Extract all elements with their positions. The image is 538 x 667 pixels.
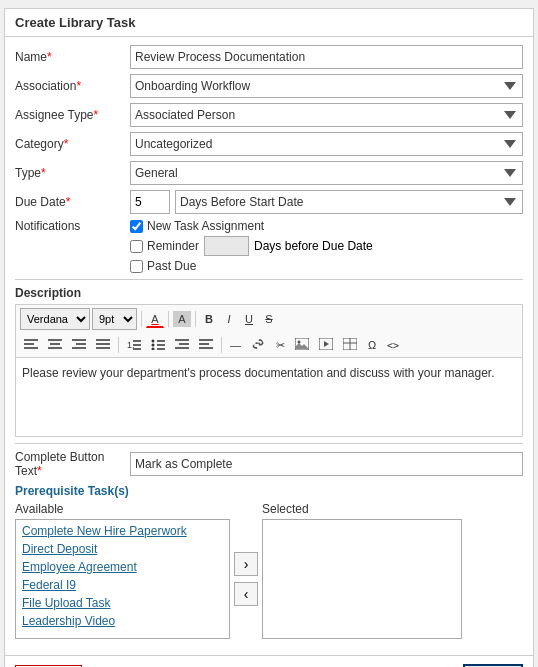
complete-button-text-label: Complete Button Text*	[15, 450, 130, 478]
editor-toolbar-2: 1. — ✂	[15, 333, 523, 357]
image-button[interactable]	[291, 336, 313, 354]
dialog-title: Create Library Task	[5, 9, 533, 37]
editor-area[interactable]: Please review your department's process …	[15, 357, 523, 437]
divider-2	[15, 443, 523, 444]
list-item[interactable]: Leadership Video	[18, 612, 227, 630]
list-item[interactable]: Employee Agreement	[18, 558, 227, 576]
notifications-label: Notifications	[15, 219, 130, 233]
past-due-checkbox[interactable]	[130, 260, 143, 273]
indent-more-button[interactable]	[171, 336, 193, 354]
available-label: Available	[15, 502, 230, 516]
divider-1	[15, 279, 523, 280]
assignee-type-row: Assignee Type* Associated Person	[15, 103, 523, 127]
list-item[interactable]: Complete New Hire Paperwork	[18, 522, 227, 540]
font-family-select[interactable]: Verdana	[20, 308, 90, 330]
toolbar-separator-1	[141, 311, 142, 327]
due-date-row: Due Date* Days Before Start Date	[15, 190, 523, 214]
font-size-select[interactable]: 9pt	[92, 308, 137, 330]
italic-button[interactable]: I	[220, 311, 238, 327]
justify-button[interactable]	[92, 336, 114, 354]
description-label: Description	[15, 286, 523, 300]
unordered-list-button[interactable]	[147, 336, 169, 354]
type-label: Type*	[15, 166, 130, 180]
complete-button-text-row: Complete Button Text*	[15, 450, 523, 478]
media-button[interactable]	[315, 336, 337, 354]
new-task-assignment-checkbox[interactable]	[130, 220, 143, 233]
assignee-type-select[interactable]: Associated Person	[130, 103, 523, 127]
editor-toolbar-1: Verdana 9pt A A B I U S	[15, 304, 523, 333]
assignee-type-label: Assignee Type*	[15, 108, 130, 122]
association-row: Association* Onboarding Workflow	[15, 74, 523, 98]
association-label: Association*	[15, 79, 130, 93]
available-col: Available Complete New Hire Paperwork Di…	[15, 502, 230, 639]
indent-less-button[interactable]	[195, 336, 217, 354]
type-row: Type* General	[15, 161, 523, 185]
reminder-days-input[interactable]	[204, 236, 249, 256]
selected-list[interactable]	[262, 519, 462, 639]
new-task-assignment-row[interactable]: New Task Assignment	[130, 219, 373, 233]
reminder-label-row[interactable]: Reminder	[130, 239, 199, 253]
svg-point-20	[152, 348, 155, 351]
hr-button[interactable]: —	[226, 337, 245, 353]
past-due-row[interactable]: Past Due	[130, 259, 373, 273]
list-item[interactable]: File Upload Task	[18, 594, 227, 612]
due-date-label: Due Date*	[15, 195, 130, 209]
description-section: Description Verdana 9pt A A B I U S	[15, 286, 523, 437]
prerequisite-container: Available Complete New Hire Paperwork Di…	[15, 502, 523, 639]
unlink-button[interactable]: ✂	[271, 337, 289, 354]
due-date-controls: Days Before Start Date	[130, 190, 523, 214]
prerequisite-title: Prerequisite Task(s)	[15, 484, 523, 498]
reminder-checkbox[interactable]	[130, 240, 143, 253]
source-button[interactable]: <>	[383, 338, 403, 353]
complete-button-text-input[interactable]	[130, 452, 523, 476]
align-left-button[interactable]	[20, 336, 42, 354]
align-right-button[interactable]	[68, 336, 90, 354]
table-button[interactable]	[339, 336, 361, 354]
link-button[interactable]	[247, 336, 269, 354]
bg-color-button[interactable]: A	[173, 311, 191, 327]
category-row: Category* Uncategorized	[15, 132, 523, 156]
type-select[interactable]: General	[130, 161, 523, 185]
available-list[interactable]: Complete New Hire Paperwork Direct Depos…	[15, 519, 230, 639]
prerequisite-arrows: › ‹	[234, 552, 258, 606]
strikethrough-button[interactable]: S	[260, 311, 278, 327]
move-right-button[interactable]: ›	[234, 552, 258, 576]
svg-point-18	[152, 344, 155, 347]
special-char-button[interactable]: Ω	[363, 337, 381, 353]
name-input[interactable]	[130, 45, 523, 69]
underline-button[interactable]: U	[240, 311, 258, 327]
footer: Cancel Save	[5, 655, 533, 667]
notifications-block: New Task Assignment Reminder Days before…	[130, 219, 373, 273]
list-item[interactable]: Federal I9	[18, 576, 227, 594]
text-color-button[interactable]: A	[146, 311, 164, 328]
toolbar-separator-5	[221, 337, 222, 353]
category-label: Category*	[15, 137, 130, 151]
align-center-button[interactable]	[44, 336, 66, 354]
notifications-row: Notifications New Task Assignment Remind…	[15, 219, 523, 273]
move-left-button[interactable]: ‹	[234, 582, 258, 606]
selected-col: Selected	[262, 502, 462, 639]
toolbar-separator-3	[195, 311, 196, 327]
svg-marker-32	[324, 341, 329, 347]
category-select[interactable]: Uncategorized	[130, 132, 523, 156]
toolbar-separator-4	[118, 337, 119, 353]
form-body: Name* Association* Onboarding Workflow A…	[5, 37, 533, 647]
selected-label: Selected	[262, 502, 462, 516]
ordered-list-button[interactable]: 1.	[123, 336, 145, 354]
association-select[interactable]: Onboarding Workflow	[130, 74, 523, 98]
create-library-task-dialog: Create Library Task Name* Association* O…	[4, 8, 534, 667]
due-date-type-select[interactable]: Days Before Start Date	[175, 190, 523, 214]
bold-button[interactable]: B	[200, 311, 218, 327]
reminder-row: Reminder Days before Due Date	[130, 236, 373, 256]
svg-point-16	[152, 340, 155, 343]
prerequisite-section: Prerequisite Task(s) Available Complete …	[15, 484, 523, 639]
toolbar-separator-2	[168, 311, 169, 327]
name-label: Name*	[15, 50, 130, 64]
name-row: Name*	[15, 45, 523, 69]
list-item[interactable]: Direct Deposit	[18, 540, 227, 558]
due-date-number-input[interactable]	[130, 190, 170, 214]
